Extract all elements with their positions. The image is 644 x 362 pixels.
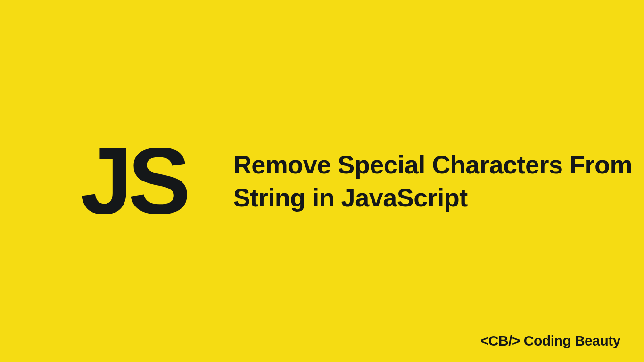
logo-letter-s: S xyxy=(128,134,186,228)
footer-brand: <CB/> Coding Beauty xyxy=(480,333,620,349)
main-content: JS Remove Special Characters From String… xyxy=(80,134,644,228)
js-logo: JS xyxy=(80,134,186,228)
logo-letter-j: J xyxy=(80,134,128,228)
page-title: Remove Special Characters From String in… xyxy=(233,148,644,214)
